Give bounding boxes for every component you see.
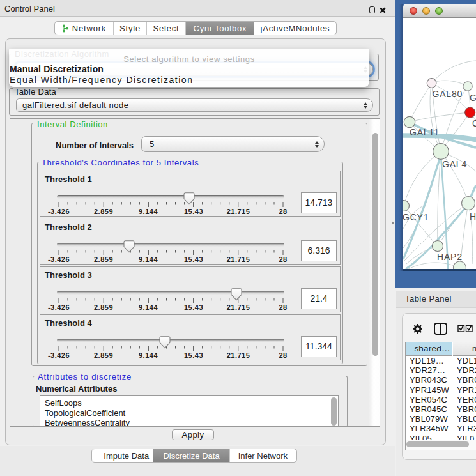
svg-text:GA: GA <box>470 93 476 103</box>
svg-text:HAP2: HAP2 <box>437 252 463 262</box>
svg-text:GAL11: GAL11 <box>410 127 440 137</box>
svg-text:GAL4: GAL4 <box>442 159 467 169</box>
svg-text:GAL80: GAL80 <box>433 89 463 99</box>
svg-text:GCY1: GCY1 <box>403 212 429 222</box>
svg-text:H: H <box>470 211 476 222</box>
svg-text:C: C <box>472 118 476 128</box>
